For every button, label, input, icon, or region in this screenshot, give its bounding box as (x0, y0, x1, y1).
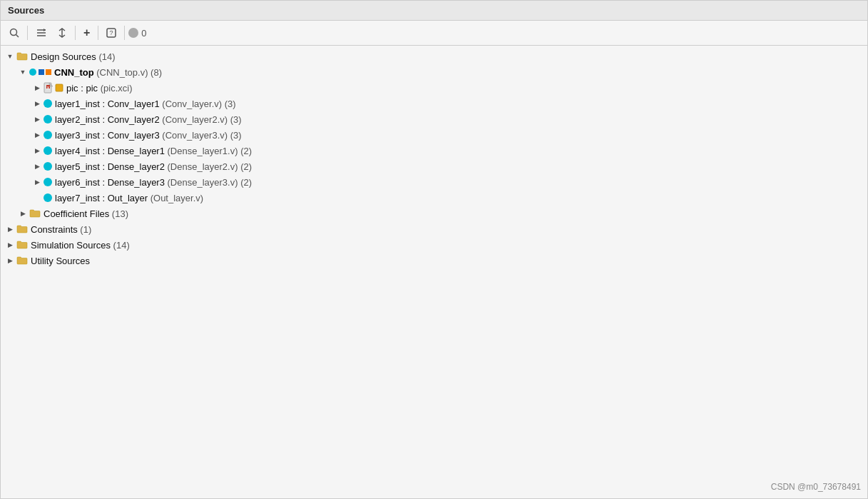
add-button[interactable]: + (79, 24, 94, 42)
watermark: CSDN @m0_73678491 (771, 482, 861, 492)
tree-item-constraints[interactable]: Constraints (1) (1, 221, 867, 237)
tree-item-pic[interactable]: X pic : pic (pic.xci) (1, 80, 867, 96)
tree-item-layer2[interactable]: layer2_inst : Conv_layer2 (Conv_layer2.v… (1, 111, 867, 127)
chevron-utility-sources (5, 256, 15, 266)
item-label-utility-sources: Utility Sources (31, 256, 90, 266)
source-tree: Design Sources (14)CNN_top (CNN_top.v) (… (1, 46, 867, 498)
item-label-layer7: layer7_inst : Out_layer (Out_layer.v) (55, 193, 203, 203)
chevron-layer1 (32, 99, 42, 109)
item-label-simulation-sources: Simulation Sources (14) (31, 240, 130, 251)
search-icon (9, 28, 19, 38)
item-label-coefficient-files: Coefficient Files (13) (44, 208, 128, 219)
item-label-layer5: layer5_inst : Dense_layer2 (Dense_layer2… (55, 161, 252, 172)
folder-icon (16, 256, 28, 266)
status-area: 0 (128, 28, 146, 39)
tree-item-layer4[interactable]: layer4_inst : Dense_layer1 (Dense_layer1… (1, 143, 867, 158)
chevron-cnn-top (18, 67, 28, 77)
dot-icon (44, 146, 52, 155)
dot-icon (44, 178, 52, 186)
tree-item-layer1[interactable]: layer1_inst : Conv_layer1 (Conv_layer.v)… (1, 96, 867, 111)
chevron-layer3 (32, 130, 42, 140)
sources-panel: Sources + (0, 0, 868, 499)
chevron-simulation-sources (5, 240, 15, 250)
tree-item-coefficient-files[interactable]: Coefficient Files (13) (1, 206, 867, 221)
chevron-layer2 (32, 114, 42, 124)
tree-item-layer3[interactable]: layer3_inst : Conv_layer3 (Conv_layer3.v… (1, 127, 867, 143)
item-label-layer4: layer4_inst : Dense_layer1 (Dense_layer1… (55, 146, 252, 156)
svg-point-0 (11, 29, 17, 36)
info-icon: ? (106, 28, 116, 38)
svg-line-1 (16, 35, 19, 38)
item-label-cnn-top: CNN_top (CNN_top.v) (8) (54, 67, 162, 78)
folder-icon (16, 51, 28, 61)
item-label-constraints: Constraints (1) (31, 224, 91, 235)
status-circle (128, 28, 138, 38)
svg-text:?: ? (110, 29, 113, 36)
chevron-coefficient-files (18, 208, 28, 218)
title-text: Sources (8, 5, 44, 16)
folder-icon (16, 224, 28, 234)
item-label-design-sources: Design Sources (14) (31, 51, 116, 62)
chevron-layer4 (32, 146, 42, 156)
dot-icon (44, 162, 52, 171)
separator-4 (124, 26, 125, 40)
folder-icon (29, 208, 41, 218)
item-label-pic: pic : pic (pic.xci) (66, 83, 132, 94)
dot-icon (44, 131, 52, 139)
separator-3 (98, 26, 98, 40)
info-button[interactable]: ? (102, 25, 121, 41)
tree-item-layer6[interactable]: layer6_inst : Dense_layer3 (Dense_layer3… (1, 174, 867, 190)
search-button[interactable] (5, 25, 24, 41)
module-icon (29, 69, 51, 76)
expand-button[interactable] (53, 25, 71, 41)
tree-item-design-sources[interactable]: Design Sources (14) (1, 49, 867, 64)
chevron-layer6 (32, 177, 42, 187)
dot-icon (44, 193, 52, 202)
item-label-layer3: layer3_inst : Conv_layer3 (Conv_layer3.v… (55, 130, 242, 141)
panel-title: Sources (1, 1, 867, 21)
chevron-layer5 (32, 161, 42, 171)
folder-icon (16, 240, 28, 250)
dot-icon (44, 115, 52, 124)
chevron-constraints (5, 224, 15, 234)
tree-item-layer5[interactable]: layer5_inst : Dense_layer2 (Dense_layer2… (1, 158, 867, 174)
collapse-button[interactable] (31, 25, 51, 41)
tree-item-layer7[interactable]: ▶layer7_inst : Out_layer (Out_layer.v) (1, 190, 867, 206)
separator-2 (75, 26, 76, 40)
chevron-design-sources (5, 51, 15, 61)
xci-icon: X (44, 82, 63, 94)
tree-item-utility-sources[interactable]: Utility Sources (1, 253, 867, 268)
item-label-layer6: layer6_inst : Dense_layer3 (Dense_layer3… (55, 177, 252, 188)
dot-icon (44, 99, 52, 108)
chevron-pic (32, 83, 42, 93)
expand-icon (57, 28, 67, 38)
separator-1 (27, 26, 28, 40)
tree-item-cnn-top[interactable]: CNN_top (CNN_top.v) (8) (1, 64, 867, 80)
toolbar: + ? 0 (1, 21, 867, 46)
item-label-layer2: layer2_inst : Conv_layer2 (Conv_layer2.v… (55, 114, 242, 125)
item-label-layer1: layer1_inst : Conv_layer1 (Conv_layer.v)… (55, 99, 236, 109)
tree-item-simulation-sources[interactable]: Simulation Sources (14) (1, 237, 867, 253)
svg-rect-12 (56, 84, 63, 91)
collapse-icon (36, 28, 47, 38)
status-count: 0 (141, 28, 146, 39)
